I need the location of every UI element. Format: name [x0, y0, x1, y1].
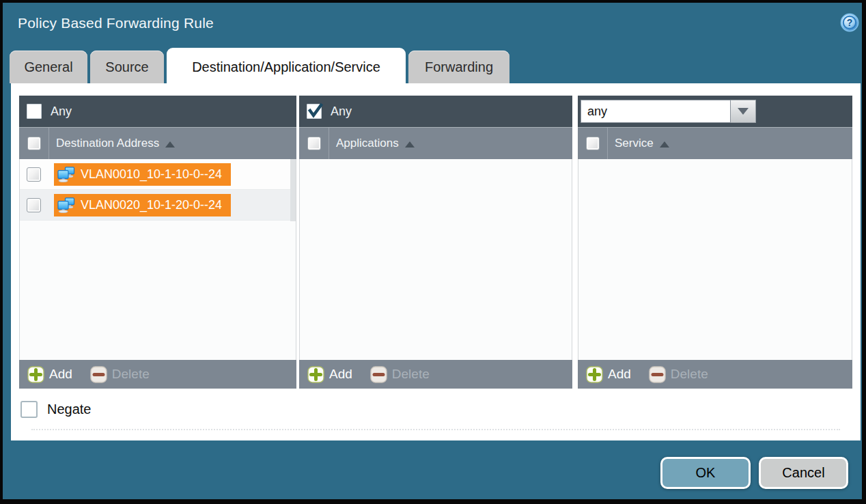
service-list — [578, 159, 852, 360]
tab-label: Forwarding — [425, 59, 493, 75]
column-header-label: Service — [615, 137, 654, 150]
chevron-down-icon — [738, 108, 749, 115]
address-label: VLAN0010_10-1-10-0--24 — [81, 167, 222, 182]
delete-label: Delete — [392, 367, 430, 382]
destination-footer: Add Delete — [19, 360, 296, 389]
service-column-header[interactable]: Service — [578, 127, 852, 159]
delete-label: Delete — [112, 367, 150, 382]
dropdown-button[interactable] — [731, 100, 756, 123]
select-all-cell — [19, 128, 49, 159]
add-label: Add — [608, 367, 631, 382]
delete-button[interactable]: Delete — [649, 366, 708, 383]
plus-icon — [586, 366, 603, 383]
address-label: VLAN0020_10-1-20-0--24 — [81, 198, 222, 212]
page-title: Policy Based Forwarding Rule — [18, 15, 214, 31]
select-all-cell — [299, 128, 329, 159]
table-row[interactable]: VLAN0010_10-1-10-0--24 — [20, 159, 296, 190]
minus-icon — [370, 366, 387, 383]
destination-any-bar: Any — [19, 96, 296, 127]
tab-destination-application-service[interactable]: Destination/Application/Service — [167, 48, 406, 86]
row-checkbox[interactable] — [27, 167, 41, 182]
table-row[interactable]: VLAN0020_10-1-20-0--24 — [20, 190, 296, 221]
any-label: Any — [51, 104, 72, 119]
column-header-label: Applications — [336, 137, 399, 150]
plus-icon — [27, 366, 44, 383]
checkmark-icon — [307, 102, 324, 119]
destination-list: VLAN0010_10-1-10-0--24 VLAN0020_10-1-20-… — [19, 159, 296, 360]
add-label: Add — [49, 367, 72, 382]
destination-any-checkbox[interactable] — [27, 104, 42, 119]
tab-label: Source — [105, 59, 148, 75]
scrollbar[interactable] — [290, 159, 296, 221]
any-label: Any — [331, 104, 352, 119]
applications-any-bar: Any — [299, 96, 572, 127]
network-icon — [57, 197, 76, 213]
applications-column-header[interactable]: Applications — [299, 127, 572, 159]
delete-button[interactable]: Delete — [90, 366, 150, 383]
applications-list — [299, 159, 572, 360]
applications-footer: Add Delete — [299, 360, 572, 389]
address-chip[interactable]: VLAN0010_10-1-10-0--24 — [54, 163, 231, 186]
negate-option: Negate — [20, 401, 92, 418]
add-label: Add — [329, 367, 352, 382]
destination-column-header[interactable]: Destination Address — [19, 127, 296, 159]
plus-icon — [307, 366, 324, 383]
svg-text:?: ? — [847, 17, 853, 28]
tab-forwarding[interactable]: Forwarding — [408, 51, 509, 83]
service-dropdown-bar: any — [578, 96, 852, 127]
service-panel: any Service Add — [578, 96, 852, 389]
applications-any-checkbox[interactable] — [307, 104, 322, 119]
cancel-button[interactable]: Cancel — [759, 457, 848, 489]
select-all-checkbox[interactable] — [27, 137, 41, 150]
sort-asc-icon — [405, 141, 415, 148]
network-icon — [57, 167, 76, 182]
add-button[interactable]: Add — [307, 366, 352, 383]
service-dropdown-value[interactable]: any — [581, 100, 731, 123]
address-chip[interactable]: VLAN0020_10-1-20-0--24 — [54, 194, 231, 216]
help-icon[interactable]: ? — [840, 13, 859, 32]
column-header-label: Destination Address — [56, 137, 159, 150]
service-dropdown[interactable]: any — [581, 100, 756, 123]
destination-address-panel: Any Destination Address — [19, 96, 296, 389]
minus-icon — [90, 366, 107, 383]
tab-source[interactable]: Source — [90, 51, 164, 83]
delete-label: Delete — [671, 367, 708, 382]
minus-icon — [649, 366, 666, 383]
tab-label: Destination/Application/Service — [192, 59, 380, 75]
delete-button[interactable]: Delete — [370, 366, 430, 383]
add-button[interactable]: Add — [27, 366, 72, 383]
applications-panel: Any Applications Add D — [299, 96, 572, 389]
add-button[interactable]: Add — [586, 366, 631, 383]
negate-checkbox[interactable] — [20, 401, 38, 418]
row-checkbox[interactable] — [27, 198, 41, 212]
policy-forwarding-dialog: Policy Based Forwarding Rule ? General S… — [3, 3, 862, 499]
tab-general[interactable]: General — [10, 51, 87, 83]
negate-label: Negate — [47, 402, 92, 417]
sort-asc-icon — [165, 141, 175, 148]
service-footer: Add Delete — [578, 360, 852, 389]
select-all-checkbox[interactable] — [307, 137, 321, 150]
sort-asc-icon — [660, 141, 669, 148]
ok-button[interactable]: OK — [660, 457, 751, 489]
select-all-checkbox[interactable] — [586, 137, 600, 150]
tab-label: General — [24, 59, 72, 75]
select-all-cell — [578, 128, 608, 159]
